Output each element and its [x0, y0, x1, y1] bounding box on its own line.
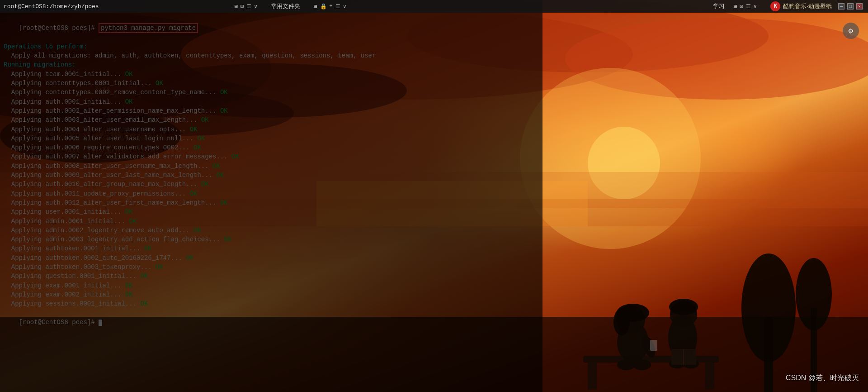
left-icons: ⊞ ⊡ ☰ ∨ [235, 3, 258, 10]
nav-study[interactable]: 学习 [713, 2, 725, 10]
logo-icon: K [770, 1, 780, 11]
svg-rect-18 [588, 363, 597, 390]
maximize-button[interactable]: □ [847, 3, 854, 10]
icon1: ⊞ [235, 3, 238, 10]
lock-icon: 🔒 [320, 3, 327, 10]
character-silhouette [561, 234, 741, 392]
svg-point-24 [617, 359, 635, 370]
minimize-button[interactable]: — [838, 3, 844, 10]
right-icons: ⊞ ⊡ ☰ ∨ [734, 3, 757, 10]
svg-rect-8 [764, 317, 773, 392]
svg-point-25 [633, 359, 651, 370]
plus-icon: + [330, 3, 333, 10]
title-bar-right-nav: 学习 ⊞ ⊡ ☰ ∨ [713, 2, 757, 10]
down-icon: ∨ [343, 3, 346, 10]
hash-icon: ⊞ [314, 3, 317, 10]
bars2-icon: ☰ [746, 3, 751, 10]
svg-point-30 [669, 299, 698, 315]
close-button[interactable]: ✕ [856, 3, 863, 10]
watermark: CSDN @若、时光破灭 [786, 373, 859, 383]
terminal-title: root@CentOS8:/home/zyh/poes [4, 3, 99, 10]
gear-icon: ⚙ [849, 26, 854, 36]
down2-icon: ∨ [754, 3, 757, 10]
icon4: ∨ [254, 3, 257, 10]
logo-area: K 酷狗音乐·动漫壁纸 [770, 0, 832, 13]
svg-rect-27 [650, 340, 657, 351]
icon2: ⊡ [241, 3, 244, 10]
center-icons: ⊞ 🔒 + ☰ ∨ [314, 3, 346, 10]
window-controls[interactable]: — □ ✕ [838, 3, 868, 10]
icon3: ☰ [246, 3, 251, 10]
title-bar-left: root@CentOS8:/home/zyh/poes [0, 3, 99, 10]
nav-common-files[interactable]: 常用文件夹 [271, 2, 300, 10]
gear-button[interactable]: ⚙ [843, 23, 859, 39]
svg-rect-19 [705, 363, 714, 390]
character-svg [561, 234, 741, 392]
svg-point-23 [613, 308, 630, 335]
grid-icon: ⊞ [734, 3, 737, 10]
bars-icon: ☰ [335, 3, 340, 10]
title-bar: root@CentOS8:/home/zyh/poes ⊞ ⊡ ☰ ∨ 常用文件… [0, 0, 868, 13]
title-bar-nav: ⊞ ⊡ ☰ ∨ 常用文件夹 ⊞ 🔒 + ☰ ∨ [235, 2, 346, 10]
hash2-icon: ⊡ [740, 3, 743, 10]
terminal-background-overlay [0, 0, 542, 392]
logo-text: 酷狗音乐·动漫壁纸 [783, 2, 832, 10]
